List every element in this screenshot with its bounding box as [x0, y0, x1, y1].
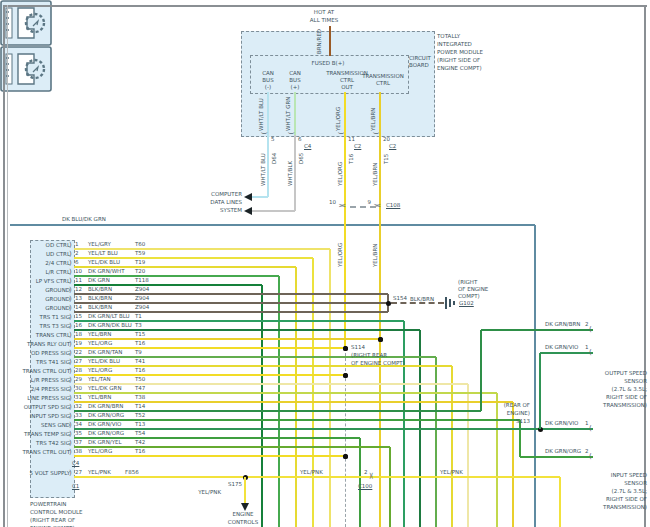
g102-label: G102: [459, 300, 474, 307]
splice-dot: [343, 373, 348, 378]
splice-dot: [343, 454, 348, 459]
wire-circuit-label: T16: [135, 340, 145, 347]
wire-vertical: [451, 366, 453, 527]
pcm-pin-number: 32: [75, 403, 82, 410]
c100-pin-number: 2: [364, 469, 368, 476]
wire-color-label: BLK/BRN: [88, 295, 112, 302]
wire-color-label: YEL/BRN: [88, 394, 111, 401]
pcm-pin-number: 27: [75, 469, 82, 476]
tipm-title: (RIGHT SIDE OF: [437, 57, 480, 64]
pcm-pin-bracket: ): [69, 404, 72, 410]
wire-color-label: YEL/BRN: [370, 95, 376, 131]
input-speed-sensor-caption: INPUT SPEED: [497, 472, 647, 479]
wire-color-label: DK GRN/TAN: [88, 349, 122, 356]
computer-data-lines-label: COMPUTER: [92, 191, 242, 198]
pcm-title: POWERTRAIN: [30, 501, 66, 508]
arrow-down-icon: [241, 503, 249, 511]
wire-color-label: DK GRN/VIO: [545, 420, 578, 427]
pcm-pin-bracket: ): [69, 296, 72, 302]
wire-circuit-label: T54: [135, 430, 145, 437]
wire-splice-feed: [74, 338, 380, 340]
input-speed-sensor-caption: RIGHT SIDE OF: [497, 496, 647, 503]
wire-color-label: YEL/ORG: [88, 340, 112, 347]
pcm-pin-label: TRANS RLY OUT: [0, 341, 70, 348]
wire-color-label: DK GRN/VIO: [88, 421, 121, 428]
wire-color-label: DK GRN/DK BLU: [88, 322, 132, 329]
output-speed-sensor-caption: (2.7L & 3.5L;: [497, 386, 647, 393]
pcm-pin-number: 15: [75, 313, 82, 320]
wire-color-label: DK GRN/WHT: [88, 268, 125, 275]
feed-wire-color-label: BRN/RED: [316, 28, 322, 54]
g102-location: OF ENGINE: [458, 286, 488, 293]
pcm-pin-label: 5 VOLT SUPPLY: [0, 470, 70, 477]
wire-color-label: DK GRN: [88, 277, 110, 284]
pcm-pin-number: 33: [75, 412, 82, 419]
wire-sens-gnd: [540, 352, 593, 354]
tipm-pin-number: 5: [271, 136, 275, 143]
pcm-pin-bracket: ): [69, 314, 72, 320]
wire-vertical: [329, 249, 331, 527]
wire-color-label: BLK/BRN: [88, 304, 112, 311]
pcm-pin-bracket: ): [69, 332, 72, 338]
wire-circuit-label: T9: [135, 349, 142, 356]
wire-circuit-label: T20: [135, 268, 145, 275]
pcm-pin-label: OUTPUT SPD SIG: [0, 404, 70, 411]
pcm-pin-label: LP VFS CTRL: [0, 278, 70, 285]
pcm-pin-bracket: ): [69, 323, 72, 329]
pcm-pin-label: TRS T42 SIG: [0, 440, 70, 447]
tipm-pin-number: 6: [298, 136, 302, 143]
output-speed-sensor-caption: SENSOR: [497, 378, 647, 385]
pcm-pin-bracket: ): [69, 395, 72, 401]
circuit-board-label: BOARD: [409, 62, 429, 69]
wire-circuit-label: Z904: [135, 286, 149, 293]
wire-wht-ltblu: [267, 135, 269, 197]
s113-label: S113: [380, 418, 530, 425]
tipm-internal-wire: [294, 92, 296, 135]
s175-label: S175: [228, 481, 242, 488]
s154-label: S154: [393, 295, 407, 302]
pcm-pin-label: GROUND: [0, 296, 70, 303]
sensor-pin-bracket: ): [589, 349, 592, 355]
pcm-pin-number: 19: [75, 340, 82, 347]
wire-input-spd: [519, 420, 521, 457]
s154-splice-dot: [386, 301, 391, 306]
wire-color-label: YEL/DK GRN: [88, 385, 122, 392]
wire-color-label: DK GRN/YEL: [88, 439, 122, 446]
s114-location: (RIGHT REAR: [351, 352, 387, 359]
circuit-board-label: CIRCUIT: [409, 55, 431, 62]
pcm-pin-bracket: ): [69, 251, 72, 257]
input-speed-sensor-caption: (2.7L & 3.5L;: [497, 488, 647, 495]
pcm-pin-label: INPUT SPD SIG: [0, 413, 70, 420]
wire-color-label: YEL/DK BLU: [88, 259, 120, 266]
wire-circuit-label: Z904: [135, 295, 149, 302]
pcm-pin-number: 31: [75, 394, 82, 401]
wire-input-spd: [520, 456, 593, 458]
wire-splice-feed: [74, 455, 345, 457]
pcm-pin-number: 30: [75, 385, 82, 392]
pcm-pin-label: LINE PRESS SIG: [0, 395, 70, 402]
wire-color-label: DK GRN/ORG: [88, 430, 124, 437]
wire-color-label: YEL/ORG: [88, 448, 112, 455]
pcm-pin-number: 13: [75, 295, 82, 302]
wire-color-label: DK GRN/VIO: [545, 344, 578, 351]
wire-color-label: YEL/ORG: [337, 233, 343, 267]
pcm-pin-number: 11: [75, 277, 82, 284]
pcm-pin-number: 27: [75, 358, 82, 365]
wire-color-label: YEL/BRN: [372, 233, 378, 267]
pcm-pin-number: 2: [75, 250, 79, 257]
pcm-pin-number: 16: [75, 322, 82, 329]
wire-color-label: BLK/BRN: [410, 296, 434, 303]
wire-color-label: YEL/TAN: [88, 376, 111, 383]
wire-color-label: DK GRN/ORG: [545, 448, 581, 455]
tipm-title: ENGINE COMPT): [437, 65, 482, 72]
pcm-title: CONTROL MODULE: [30, 509, 82, 516]
pcm-pin-bracket: ): [69, 431, 72, 437]
pcm-pin-number: 6: [75, 259, 79, 266]
pcm-pin-label: OD PRESS SIG: [0, 350, 70, 357]
wire-sens-gnd: [74, 428, 593, 430]
tipm-title: POWER MODULE: [437, 49, 483, 56]
output-speed-sensor-caption: TRANSMISSION): [497, 402, 647, 409]
wire-color-label: YEL/PNK: [440, 469, 463, 476]
g102-location: COMPT): [458, 293, 480, 300]
wire-circuit-label: T3: [135, 322, 142, 329]
